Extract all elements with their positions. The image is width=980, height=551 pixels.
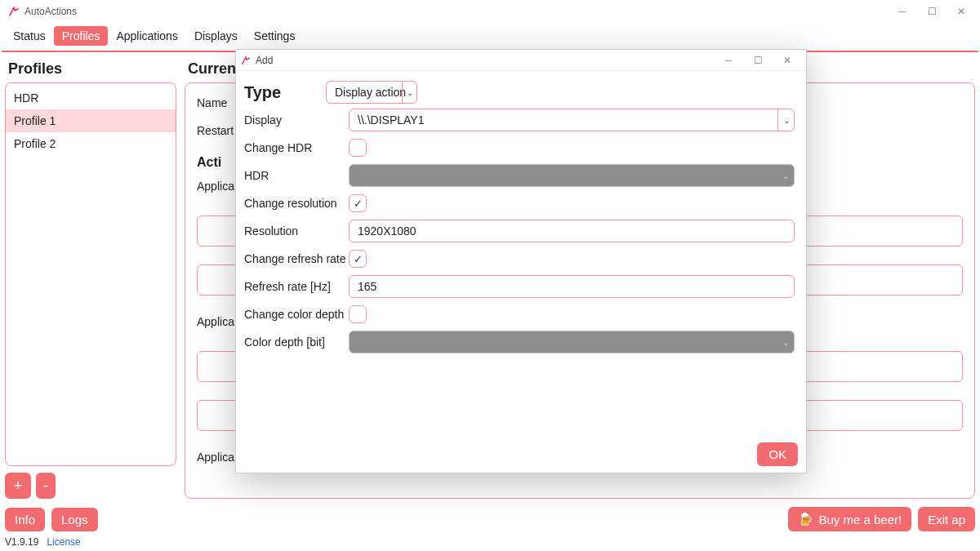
dialog-close-button[interactable]: ✕ — [773, 51, 801, 69]
profiles-list: HDR Profile 1 Profile 2 — [5, 82, 176, 466]
refresh-input[interactable]: 165 — [349, 275, 795, 298]
add-profile-button[interactable]: + — [5, 473, 31, 499]
resolution-input[interactable]: 1920X1080 — [349, 220, 795, 242]
status-bar: V1.9.19 License — [0, 533, 980, 551]
change-resolution-label: Change resolution — [244, 197, 349, 210]
change-resolution-checkbox[interactable]: ✓ — [349, 194, 367, 212]
close-button[interactable]: ✕ — [947, 2, 975, 20]
type-heading: Type — [244, 83, 326, 102]
display-label: Display — [244, 113, 349, 127]
change-hdr-label: Change HDR — [244, 141, 349, 154]
app-title: AutoActions — [24, 6, 77, 17]
display-select[interactable]: \\.\DISPLAY1 ⌄ — [349, 109, 795, 131]
minimize-button[interactable]: ─ — [889, 2, 916, 20]
profile-item[interactable]: HDR — [6, 87, 176, 109]
add-action-dialog: Add ─ ☐ ✕ Type Display action ⌄ Display … — [235, 49, 807, 473]
app-icon — [8, 6, 20, 17]
maximize-button[interactable]: ☐ — [918, 2, 946, 20]
chevron-down-icon: ⌄ — [777, 331, 794, 353]
profile-item[interactable]: Profile 2 — [6, 132, 176, 155]
logs-button[interactable]: Logs — [51, 508, 98, 531]
color-depth-select: ⌄ — [349, 331, 795, 353]
dialog-minimize-button[interactable]: ─ — [715, 51, 742, 69]
version-label: V1.9.19 — [5, 536, 38, 548]
dialog-maximize-button[interactable]: ☐ — [744, 51, 772, 69]
menu-profiles[interactable]: Profiles — [54, 26, 109, 46]
remove-profile-button[interactable]: - — [36, 473, 56, 499]
chevron-down-icon: ⌄ — [402, 82, 416, 103]
exit-button[interactable]: Exit ap — [918, 507, 975, 531]
main-window-titlebar: AutoActions ─ ☐ ✕ — [0, 0, 980, 23]
resolution-label: Resolution — [244, 224, 349, 238]
resolution-value: 1920X1080 — [358, 224, 416, 238]
license-link[interactable]: License — [47, 536, 80, 548]
app-icon — [241, 56, 251, 65]
menu-displays[interactable]: Displays — [186, 26, 246, 46]
donate-button[interactable]: 🍺 Buy me a beer! — [788, 507, 911, 531]
change-color-label: Change color depth — [244, 308, 349, 321]
dialog-titlebar: Add ─ ☐ ✕ — [236, 50, 806, 71]
hdr-select: ⌄ — [349, 164, 795, 187]
display-value: \\.\DISPLAY1 — [358, 113, 424, 127]
change-refresh-label: Change refresh rate — [244, 252, 349, 265]
menu-settings[interactable]: Settings — [246, 26, 304, 46]
profile-item[interactable]: Profile 1 — [6, 109, 176, 132]
change-color-checkbox[interactable] — [349, 305, 367, 323]
color-depth-label: Color depth [bit] — [244, 335, 349, 349]
menubar: Status Profiles Applications Displays Se… — [0, 23, 980, 51]
menu-status[interactable]: Status — [5, 26, 54, 46]
donate-label: Buy me a beer! — [818, 513, 902, 527]
action-type-value: Display action — [335, 86, 406, 99]
chevron-down-icon: ⌄ — [777, 109, 794, 131]
hdr-label: HDR — [244, 169, 349, 182]
change-hdr-checkbox[interactable] — [349, 139, 367, 157]
dialog-title: Add — [256, 55, 273, 66]
menu-applications[interactable]: Applications — [108, 26, 186, 46]
refresh-label: Refresh rate [Hz] — [244, 280, 349, 293]
ok-button[interactable]: OK — [757, 442, 798, 466]
profiles-heading: Profiles — [8, 60, 173, 78]
action-type-select[interactable]: Display action ⌄ — [326, 81, 417, 104]
beer-icon: 🍺 — [798, 512, 813, 527]
refresh-value: 165 — [358, 280, 376, 293]
change-refresh-checkbox[interactable]: ✓ — [349, 250, 367, 268]
bottom-bar: Info Logs 🍺 Buy me a beer! Exit ap — [5, 507, 975, 531]
info-button[interactable]: Info — [5, 508, 45, 531]
chevron-down-icon: ⌄ — [777, 165, 794, 186]
